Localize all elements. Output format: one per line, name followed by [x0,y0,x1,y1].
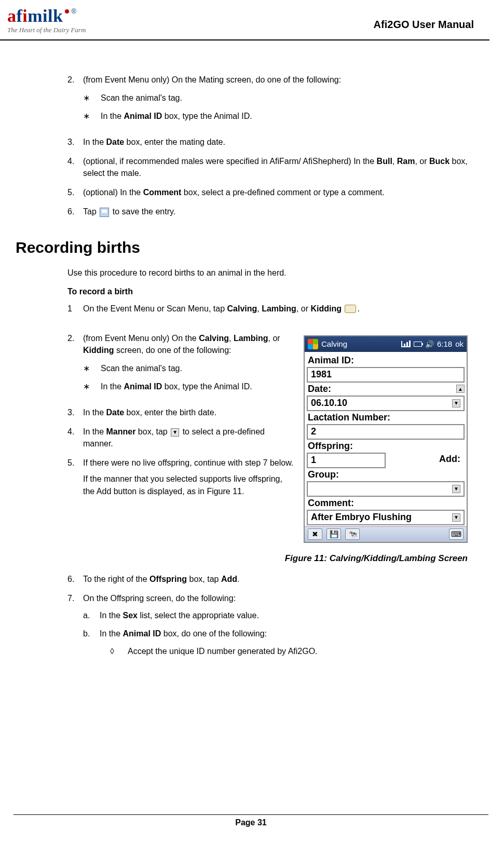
birth-step-2: 2. (from Event Menu only) On the Calving… [67,332,295,399]
dropdown-arrow-icon: ▼ [171,428,179,437]
substep-b: b. In the Animal ID box, do one of the f… [83,628,468,663]
bullet-scan-tag-2: ∗Scan the animal's tag. [83,362,295,374]
signal-icon [401,341,411,347]
mating-steps-continued: 2. (from Event Menu only) On the Mating … [16,74,468,218]
step-6: 6. Tap to save the entry. [67,206,468,217]
bullet-scan-tag: ∗Scan the animal's tag. [83,92,468,104]
animal-id-label: Animal ID: [307,354,465,367]
step-2: 2. (from Event Menu only) On the Mating … [67,74,468,129]
ok-button[interactable]: ok [455,339,464,348]
save-icon [100,208,109,217]
logo-dot-icon [65,9,69,13]
chevron-down-icon: ▼ [452,485,460,493]
logo-tagline: The Heart of the Dairy Farm [7,26,86,34]
device-screenshot: Calving 🔊 6:18 ok Animal ID: 1981 Date: … [304,335,468,543]
comment-dropdown[interactable]: After Embryo Flushing▼ [307,510,465,525]
window-title: Calving [321,339,401,348]
figure-11: Calving 🔊 6:18 ok Animal ID: 1981 Date: … [304,335,468,543]
bullet-animal-id: ∗ In the Animal ID box, type the Animal … [83,110,468,122]
device-form: Animal ID: 1981 Date: ▲ 06.10.10▼ Lactat… [305,352,467,526]
diamond-accept-id: ◊Accept the unique ID number generated b… [110,645,468,657]
calving-icon [345,305,356,313]
toolbar-save-icon[interactable]: 💾 [326,528,341,540]
to-record-heading: To record a birth [67,287,468,296]
birth-step-4: 4. In the Manner box, tap ▼ to select a … [67,426,295,450]
chevron-down-icon: ▼ [452,399,460,407]
battery-icon [414,342,422,347]
offspring-input[interactable]: 1 [307,453,386,468]
birth-step-5: 5. If there were no live offspring, cont… [67,457,295,497]
date-label: Date: [307,383,456,396]
page-content: 2. (from Event Menu only) On the Mating … [0,40,504,670]
date-dropdown[interactable]: 06.10.10▼ [307,396,465,411]
animal-id-input[interactable]: 1981 [307,367,465,383]
substep-a: a. In the Sex list, select the appropria… [83,609,468,621]
lactation-label: Lactation Number: [307,411,465,424]
offspring-label: Offspring: [307,440,465,453]
birth-step-3: 3. In the Date box, enter the birth date… [67,406,295,418]
registered-symbol: ® [71,7,76,15]
figure-caption: Figure 11: Calving/Kidding/Lambing Scree… [67,553,468,564]
section-recording-births: Recording births [16,239,468,256]
intro-text: Use this procedure to record births to a… [67,267,468,279]
birth-step-1-list: 1 On the Event Menu or Scan Menu, tap Ca… [16,303,468,315]
clock-time: 6:18 [437,339,452,348]
group-dropdown[interactable]: ▼ [307,481,465,497]
step-3: 3. In the Date box, enter the mating dat… [67,136,468,148]
step-and-figure-block: Calving 🔊 6:18 ok Animal ID: 1981 Date: … [67,332,468,573]
chevron-down-icon: ▼ [452,513,460,522]
volume-icon: 🔊 [425,340,434,348]
manual-title: Afi2GO User Manual [374,7,474,31]
windows-start-icon[interactable] [308,339,318,349]
group-label: Group: [307,468,465,481]
logo-text: afimilk [7,7,63,25]
page-footer: Page 31 [13,814,488,827]
logo-block: afimilk ® The Heart of the Dairy Farm [7,7,86,34]
device-titlebar: Calving 🔊 6:18 ok [305,336,467,352]
step-4: 4. (optional, if recommended males were … [67,155,468,179]
comment-label: Comment: [307,497,465,510]
page-number: Page 31 [235,818,266,827]
device-toolbar: ✖ 💾 🐄 ⌨ [305,526,467,542]
page-header: afimilk ® The Heart of the Dairy Farm Af… [0,0,489,40]
toolbar-delete-icon[interactable]: ✖ [308,528,322,540]
birth-step-1: 1 On the Event Menu or Scan Menu, tap Ca… [67,303,468,315]
add-button[interactable]: Add: [388,453,465,468]
lactation-input[interactable]: 2 [307,424,465,440]
birth-step-6: 6. To the right of the Offspring box, ta… [67,573,468,585]
birth-steps-6-7: 6. To the right of the Offspring box, ta… [16,573,468,670]
step-5: 5. (optional) In the Comment box, select… [67,186,468,198]
toolbar-cow-icon[interactable]: 🐄 [345,528,360,540]
birth-step-7: 7. On the Offspring screen, do the follo… [67,592,468,670]
toolbar-keyboard-icon[interactable]: ⌨ [449,528,464,540]
scroll-up-icon[interactable]: ▲ [456,385,465,393]
bullet-animal-id-2: ∗ In the Animal ID box, type the Animal … [83,380,295,392]
